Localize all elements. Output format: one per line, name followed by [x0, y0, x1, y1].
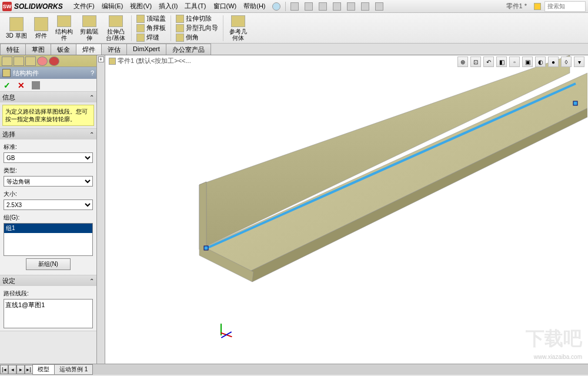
new-icon[interactable] — [288, 1, 301, 12]
part-geometry — [105, 55, 587, 361]
prev-view-icon[interactable]: ↶ — [483, 56, 494, 67]
panel-tab-feature-tree-icon[interactable] — [2, 56, 12, 66]
app-brand: SOLIDWORKS — [14, 2, 63, 11]
tab-nav-first-icon[interactable]: |◂ — [0, 365, 8, 374]
new-group-button[interactable]: 新组(N) — [26, 258, 71, 270]
menu-file[interactable]: 文件(F) — [70, 1, 98, 12]
help-icon[interactable] — [270, 1, 283, 12]
hide-show-icon[interactable]: ◐ — [535, 56, 546, 67]
app-logo-icon: SW — [2, 2, 12, 11]
section-view-icon[interactable]: ◧ — [496, 56, 507, 67]
menu-window[interactable]: 窗口(W) — [210, 1, 240, 12]
ribbon-extruded-cut[interactable]: 拉伸切除 — [173, 14, 220, 24]
panel-tab-display-icon[interactable] — [49, 56, 59, 66]
structural-member-icon — [2, 69, 11, 77]
menu-help[interactable]: 帮助(H) — [240, 1, 269, 12]
type-select[interactable]: 等边角钢 — [4, 176, 93, 187]
info-message: 为定义路径选择草图线段。您可按一指定角度来旋转轮廓。 — [2, 105, 94, 126]
menu-insert[interactable]: 插入(I) — [155, 1, 181, 12]
type-label: 类型: — [4, 167, 93, 175]
menu-view[interactable]: 视图(V) — [126, 1, 155, 12]
ribbon-weld-bead[interactable]: 焊缝 — [134, 33, 168, 42]
panel-tab-dimxpert-icon[interactable] — [37, 56, 48, 66]
bottom-tab-model[interactable]: 模型 — [32, 364, 55, 375]
scene-icon[interactable]: ◊ — [561, 56, 572, 67]
display-style-icon[interactable]: ▣ — [522, 56, 533, 67]
menu-tools[interactable]: 工具(T) — [181, 1, 209, 12]
tab-office[interactable]: 办公室产品 — [166, 44, 211, 55]
tab-sheet-metal[interactable]: 钣金 — [51, 44, 76, 55]
view-settings-icon[interactable]: ▾ — [574, 56, 584, 67]
ribbon-extrude[interactable]: 拉伸凸 台/基体 — [102, 14, 129, 42]
pathseg-label: 路径线段: — [4, 290, 93, 298]
chevron-up-icon: ⌃ — [89, 278, 94, 284]
group-item[interactable]: 组1 — [4, 224, 92, 233]
tab-nav-prev-icon[interactable]: ◂ — [8, 365, 16, 374]
size-label: 大小: — [4, 190, 93, 198]
tab-weldments[interactable]: 焊件 — [76, 44, 102, 55]
panel-tab-config-icon[interactable] — [25, 56, 36, 66]
section-select-header[interactable]: 选择⌃ — [0, 129, 96, 139]
print-icon[interactable] — [330, 1, 343, 12]
pushpin-icon[interactable] — [32, 81, 40, 89]
cancel-button[interactable]: ✕ — [18, 81, 27, 90]
tab-sketch[interactable]: 草图 — [25, 44, 51, 55]
pm-title-bar: 结构构件 ? — [0, 67, 96, 79]
section-settings-header[interactable]: 设定⌃ — [0, 275, 96, 286]
group-label: 组(G): — [4, 214, 93, 222]
save-icon[interactable] — [316, 1, 329, 12]
bottom-tab-motion[interactable]: 运动算例 1 — [54, 364, 93, 375]
chevron-up-icon: ⌃ — [89, 94, 94, 101]
ribbon-chamfer[interactable]: 倒角 — [173, 33, 220, 42]
tab-nav-next-icon[interactable]: ▸ — [16, 365, 25, 374]
search-input[interactable] — [544, 1, 586, 12]
group-listbox[interactable]: 组1 — [4, 223, 93, 256]
ribbon-structural-member[interactable]: 结构构 件 — [52, 14, 76, 42]
svg-rect-7 — [204, 246, 208, 250]
search-icon[interactable] — [534, 3, 541, 10]
pm-help-icon[interactable]: ? — [91, 69, 94, 76]
appearance-icon[interactable]: ● — [548, 56, 559, 67]
open-icon[interactable] — [302, 1, 315, 12]
ribbon-gusset[interactable]: 角撑板 — [134, 24, 168, 33]
tab-dimxpert[interactable]: DimXpert — [126, 44, 166, 55]
document-name: 零件1 * — [502, 1, 532, 12]
ribbon-hole-wizard[interactable]: 异型孔向导 — [173, 24, 220, 33]
pm-title: 结构构件 — [13, 69, 39, 78]
tree-expand-icon[interactable]: + — [98, 56, 104, 62]
rebuild-icon[interactable] — [359, 1, 372, 12]
ribbon-end-cap[interactable]: 顶端盖 — [134, 14, 168, 24]
chevron-up-icon: ⌃ — [89, 131, 94, 138]
options-icon[interactable] — [373, 1, 386, 12]
ribbon-reference-geometry[interactable]: 参考几 何体 — [226, 14, 250, 42]
ribbon-trim[interactable]: 剪裁/延 伸 — [76, 14, 103, 42]
svg-rect-8 — [573, 101, 577, 105]
standard-select[interactable]: GB — [4, 152, 93, 163]
menu-edit[interactable]: 编辑(E) — [98, 1, 127, 12]
ribbon-weldment[interactable]: 焊件 — [31, 14, 52, 42]
section-info-header[interactable]: 信息⌃ — [0, 92, 96, 102]
graphics-viewport[interactable]: 零件1 (默认<按加工><<... ⊕ ⊡ ↶ ◧ ▫ ▣ ◐ ● ◊ ▾ — [105, 55, 588, 364]
size-select[interactable]: 2.5X3 — [4, 199, 93, 210]
tab-features[interactable]: 特征 — [0, 44, 26, 55]
orientation-triad[interactable] — [216, 322, 233, 340]
panel-tab-property-icon[interactable] — [14, 56, 24, 66]
zoom-area-icon[interactable]: ⊡ — [470, 56, 481, 67]
pathseg-listbox[interactable]: 直线1@草图1 — [4, 299, 93, 328]
view-orientation-icon[interactable]: ▫ — [509, 56, 520, 67]
standard-label: 标准: — [4, 143, 93, 151]
zoom-fit-icon[interactable]: ⊕ — [457, 56, 468, 67]
tab-nav-last-icon[interactable]: ▸| — [25, 365, 33, 374]
undo-icon[interactable] — [345, 1, 358, 12]
ok-button[interactable]: ✓ — [4, 81, 13, 90]
tab-evaluate[interactable]: 评估 — [101, 44, 127, 55]
ribbon-3d-sketch[interactable]: 3D 草图 — [2, 14, 31, 42]
